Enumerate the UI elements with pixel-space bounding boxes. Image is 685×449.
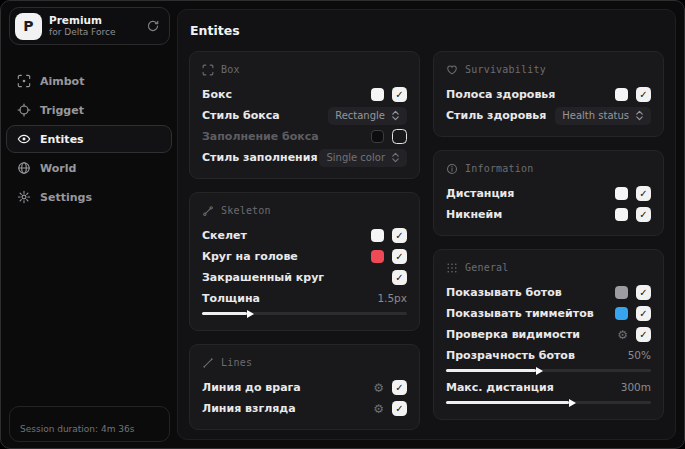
- color-swatch[interactable]: [615, 307, 628, 320]
- check-icon: ✓: [639, 309, 647, 319]
- color-swatch[interactable]: [371, 229, 384, 242]
- setting-row-head-circle: Круг на голове ✓: [202, 246, 407, 267]
- premium-card-text: Premium for Delta Force: [49, 14, 139, 37]
- check-icon: ✓: [395, 252, 403, 262]
- sync-icon[interactable]: [146, 19, 160, 33]
- check-icon: ✓: [639, 90, 647, 100]
- box-style-select[interactable]: Rectangle: [328, 107, 407, 125]
- panel-skeleton-header: Skeleton: [202, 202, 407, 219]
- checkbox[interactable]: ✓: [636, 87, 651, 102]
- color-swatch[interactable]: [371, 130, 384, 143]
- sidebar-item-label: Aimbot: [40, 75, 84, 88]
- color-swatch[interactable]: [371, 88, 384, 101]
- slider-thumb[interactable]: [247, 310, 254, 318]
- panel-general: General Показывать ботов ✓ Показывать ти…: [433, 249, 664, 420]
- sidebar: P Premium for Delta Force Category: [1, 1, 177, 448]
- max-distance-slider[interactable]: [446, 401, 651, 404]
- sidebar-nav: Aimbot Trigget Entites: [1, 67, 177, 211]
- premium-card: P Premium for Delta Force: [9, 7, 170, 45]
- dots-grid-icon: [446, 262, 458, 274]
- checkbox[interactable]: ✓: [392, 87, 407, 102]
- panel-box-header: Box: [202, 61, 407, 78]
- checkbox[interactable]: ✓: [636, 207, 651, 222]
- setting-row-box-fill: Заполнение бокса: [202, 126, 407, 147]
- sidebar-item-aimbot[interactable]: Aimbot: [6, 67, 172, 95]
- panel-information-header: Information: [446, 160, 651, 177]
- setting-row-box-enable: Бокс ✓: [202, 84, 407, 105]
- check-icon: ✓: [395, 90, 403, 100]
- setting-row-enemy-line: Линия до врага ⚙ ✓: [202, 377, 407, 398]
- app-subtitle: for Delta Force: [49, 27, 139, 38]
- checkbox[interactable]: ✓: [636, 327, 651, 342]
- checkbox[interactable]: ✓: [636, 306, 651, 321]
- fill-style-select[interactable]: Single color: [319, 149, 407, 167]
- color-swatch[interactable]: [615, 88, 628, 101]
- setting-row-visibility-check: Проверка видимости ⚙ ✓: [446, 324, 651, 345]
- sidebar-item-label: Settings: [40, 191, 92, 204]
- line-icon: [202, 357, 214, 369]
- bot-opacity-slider[interactable]: [446, 369, 651, 372]
- panel-box-title: Box: [221, 64, 240, 75]
- check-icon: ✓: [639, 189, 647, 199]
- setting-row-skeleton: Скелет ✓: [202, 225, 407, 246]
- setting-row-max-distance: Макс. дистанция 300m: [446, 377, 651, 404]
- sidebar-item-world[interactable]: World: [6, 154, 172, 182]
- sidebar-item-trigget[interactable]: Trigget: [6, 96, 172, 124]
- checkbox[interactable]: ✓: [392, 228, 407, 243]
- session-duration-label: Session duration: 4m 36s: [20, 424, 134, 434]
- health-style-select[interactable]: Health status: [555, 107, 651, 125]
- checkbox[interactable]: ✓: [636, 186, 651, 201]
- checkbox[interactable]: ✓: [392, 270, 407, 285]
- slider-value: 1.5px: [377, 292, 407, 304]
- bone-icon: [202, 205, 214, 217]
- panel-survivability-header: Survivability: [446, 61, 651, 78]
- checkbox[interactable]: [392, 129, 407, 144]
- sidebar-item-entites[interactable]: Entites: [6, 125, 172, 153]
- check-icon: ✓: [395, 404, 403, 414]
- checkbox[interactable]: ✓: [392, 380, 407, 395]
- crosshair-icon: [17, 74, 31, 88]
- panel-lines-title: Lines: [221, 357, 252, 368]
- color-swatch[interactable]: [615, 187, 628, 200]
- panel-skeleton-title: Skeleton: [221, 205, 271, 216]
- setting-row-bot-opacity: Прозрачность ботов 50%: [446, 345, 651, 372]
- panel-information: Information Дистанция ✓ Никнейм ✓: [433, 150, 664, 236]
- setting-row-filled-circle: Закрашенный круг ✓: [202, 267, 407, 288]
- panel-columns: Box Бокс ✓ Стиль бокса Rectangle: [189, 51, 664, 430]
- panel-skeleton: Skeleton Скелет ✓ Круг на голове ✓: [189, 192, 420, 331]
- panel-information-title: Information: [465, 163, 533, 174]
- setting-row-show-teammates: Показывать тиммейтов ✓: [446, 303, 651, 324]
- panel-lines-header: Lines: [202, 354, 407, 371]
- check-icon: ✓: [639, 330, 647, 340]
- checkbox[interactable]: ✓: [392, 249, 407, 264]
- checkbox[interactable]: ✓: [636, 285, 651, 300]
- eye-icon: [17, 132, 31, 146]
- slider-value: 300m: [621, 381, 651, 393]
- color-swatch[interactable]: [371, 250, 384, 263]
- color-swatch[interactable]: [615, 286, 628, 299]
- heart-icon: [446, 64, 458, 76]
- setting-row-thickness: Толщина 1.5px: [202, 288, 407, 315]
- thickness-slider[interactable]: [202, 312, 407, 315]
- app-title: Premium: [49, 14, 139, 27]
- slider-thumb[interactable]: [569, 399, 576, 407]
- checkbox[interactable]: ✓: [392, 401, 407, 416]
- visibility-settings-gear-icon[interactable]: ⚙: [617, 329, 628, 341]
- panel-general-title: General: [465, 262, 509, 273]
- sidebar-item-settings[interactable]: Settings: [6, 183, 172, 211]
- color-swatch[interactable]: [615, 208, 628, 221]
- setting-row-health-style: Стиль здоровья Health status: [446, 105, 651, 126]
- scan-brackets-icon: [202, 64, 214, 76]
- sidebar-item-label: Entites: [40, 133, 84, 146]
- line-settings-gear-icon[interactable]: ⚙: [373, 382, 384, 394]
- slider-thumb[interactable]: [536, 367, 543, 375]
- setting-row-view-line: Линия взгляда ⚙ ✓: [202, 398, 407, 419]
- setting-row-distance: Дистанция ✓: [446, 183, 651, 204]
- page-title: Entites: [190, 23, 664, 38]
- column-right: Survivability Полоса здоровья ✓ Стиль зд…: [433, 51, 664, 430]
- app-logo: P: [15, 13, 42, 40]
- column-left: Box Бокс ✓ Стиль бокса Rectangle: [189, 51, 420, 430]
- line-settings-gear-icon[interactable]: ⚙: [373, 403, 384, 415]
- panel-general-header: General: [446, 259, 651, 276]
- setting-row-show-bots: Показывать ботов ✓: [446, 282, 651, 303]
